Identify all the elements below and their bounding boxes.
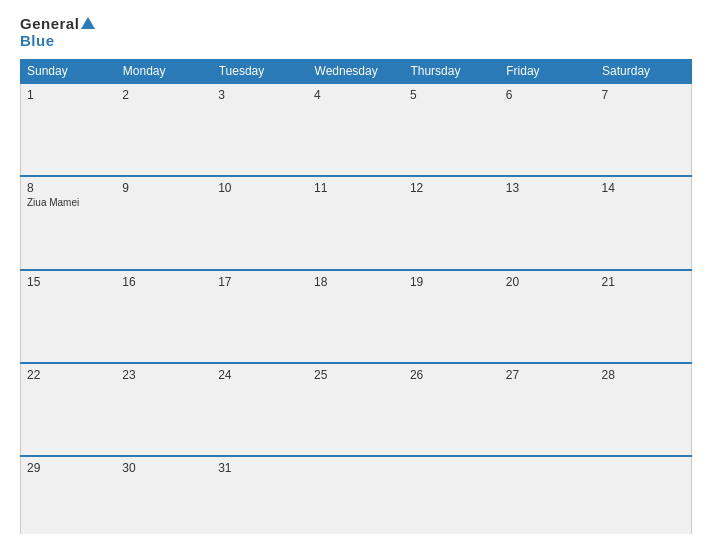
calendar-cell: 11 [308,176,404,269]
calendar-cell: 13 [500,176,596,269]
calendar-cell: 30 [116,456,212,534]
calendar-cell [308,456,404,534]
day-number: 14 [602,181,685,195]
logo: General Blue [20,16,95,49]
day-number: 15 [27,275,110,289]
day-number: 26 [410,368,494,382]
calendar-cell: 20 [500,270,596,363]
day-header-monday: Monday [116,60,212,84]
calendar-cell: 1 [21,83,117,176]
calendar-cell: 27 [500,363,596,456]
calendar-cell: 6 [500,83,596,176]
calendar-week-4: 22232425262728 [21,363,692,456]
calendar-cell: 2 [116,83,212,176]
day-header-saturday: Saturday [596,60,692,84]
calendar-cell: 28 [596,363,692,456]
calendar-cell: 15 [21,270,117,363]
day-number: 27 [506,368,590,382]
day-header-thursday: Thursday [404,60,500,84]
day-header-friday: Friday [500,60,596,84]
calendar-cell [596,456,692,534]
calendar-week-2: 8Ziua Mamei91011121314 [21,176,692,269]
calendar-cell: 23 [116,363,212,456]
calendar-cell: 7 [596,83,692,176]
day-number: 28 [602,368,685,382]
calendar-cell: 16 [116,270,212,363]
day-number: 22 [27,368,110,382]
day-number: 19 [410,275,494,289]
calendar-header-row: SundayMondayTuesdayWednesdayThursdayFrid… [21,60,692,84]
calendar-cell: 17 [212,270,308,363]
calendar-cell [500,456,596,534]
calendar-week-1: 1234567 [21,83,692,176]
day-header-tuesday: Tuesday [212,60,308,84]
day-number: 13 [506,181,590,195]
day-number: 17 [218,275,302,289]
day-number: 9 [122,181,206,195]
day-number: 3 [218,88,302,102]
calendar-cell: 10 [212,176,308,269]
day-number: 6 [506,88,590,102]
calendar-cell: 31 [212,456,308,534]
day-number: 8 [27,181,110,195]
day-number: 20 [506,275,590,289]
day-number: 10 [218,181,302,195]
calendar-cell: 18 [308,270,404,363]
calendar-cell: 22 [21,363,117,456]
calendar-table: SundayMondayTuesdayWednesdayThursdayFrid… [20,59,692,534]
calendar-cell: 25 [308,363,404,456]
day-number: 7 [602,88,685,102]
calendar-cell: 21 [596,270,692,363]
day-number: 31 [218,461,302,475]
calendar-cell: 3 [212,83,308,176]
day-number: 2 [122,88,206,102]
day-number: 1 [27,88,110,102]
calendar-cell: 8Ziua Mamei [21,176,117,269]
calendar-cell: 29 [21,456,117,534]
day-number: 29 [27,461,110,475]
calendar-cell [404,456,500,534]
calendar-cell: 26 [404,363,500,456]
day-header-sunday: Sunday [21,60,117,84]
logo-blue-text: Blue [20,33,95,50]
day-number: 5 [410,88,494,102]
calendar-cell: 9 [116,176,212,269]
logo-general-text: General [20,16,95,33]
calendar-cell: 12 [404,176,500,269]
day-header-wednesday: Wednesday [308,60,404,84]
day-number: 18 [314,275,398,289]
day-number: 4 [314,88,398,102]
calendar-cell: 5 [404,83,500,176]
calendar-header: General Blue [20,16,692,49]
calendar-cell: 24 [212,363,308,456]
day-number: 24 [218,368,302,382]
day-number: 23 [122,368,206,382]
calendar-week-5: 293031 [21,456,692,534]
day-number: 21 [602,275,685,289]
calendar-cell: 19 [404,270,500,363]
day-number: 30 [122,461,206,475]
day-event: Ziua Mamei [27,197,79,208]
calendar-week-3: 15161718192021 [21,270,692,363]
day-number: 25 [314,368,398,382]
day-number: 11 [314,181,398,195]
day-number: 12 [410,181,494,195]
logo-triangle-icon [81,17,95,29]
day-number: 16 [122,275,206,289]
calendar-cell: 14 [596,176,692,269]
calendar-cell: 4 [308,83,404,176]
